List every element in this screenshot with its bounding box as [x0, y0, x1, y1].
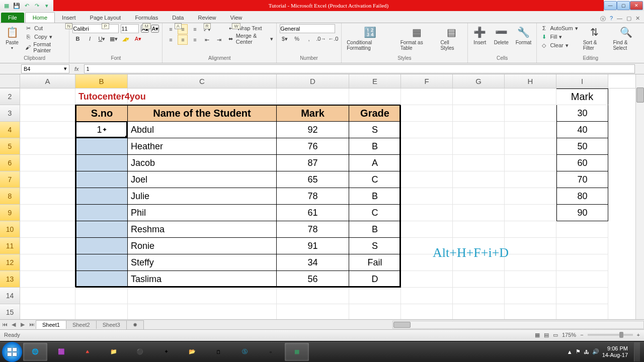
- doc-close-icon[interactable]: ✕: [635, 15, 640, 23]
- cell-B5[interactable]: [75, 138, 128, 155]
- cell-D3[interactable]: Mark: [277, 105, 349, 122]
- cell-B9[interactable]: [75, 205, 128, 221]
- row-header-5[interactable]: 5: [0, 138, 20, 155]
- system-tray[interactable]: ▲ ⚑ 🖧 🔊 9:06 PM14-Aug-17: [567, 342, 642, 361]
- cell-I12[interactable]: [556, 254, 608, 271]
- cell-F5[interactable]: [401, 138, 453, 155]
- delete-cells-button[interactable]: ➖Delete: [492, 24, 511, 46]
- tab-file[interactable]: File: [1, 13, 24, 23]
- sheet-tab-1[interactable]: Sheet1: [36, 320, 66, 329]
- col-header-H[interactable]: H: [505, 74, 556, 88]
- cell-D14[interactable]: [277, 288, 349, 304]
- cell-B3[interactable]: S.no: [75, 105, 128, 122]
- minimize-ribbon-icon[interactable]: ⓥ: [600, 15, 606, 23]
- cell-D11[interactable]: 91: [277, 238, 349, 254]
- format-painter-button[interactable]: 🖌Format Painter: [24, 41, 66, 53]
- sheet-nav-prev-icon[interactable]: ◀: [9, 321, 18, 328]
- format-cells-button[interactable]: 🔧Format: [514, 24, 534, 46]
- decrease-indent-icon[interactable]: ⇤: [202, 35, 212, 45]
- cell-C13[interactable]: Taslima: [128, 271, 277, 288]
- cell-H4[interactable]: [505, 122, 556, 138]
- tray-flag-icon[interactable]: ⚑: [576, 348, 581, 355]
- cell-D9[interactable]: 61: [277, 205, 349, 221]
- cell-I11[interactable]: [556, 238, 608, 254]
- taskbar-folder2-icon[interactable]: 📂: [180, 343, 204, 361]
- tray-up-icon[interactable]: ▲: [567, 349, 573, 355]
- taskbar-clock[interactable]: 9:06 PM14-Aug-17: [602, 345, 628, 357]
- underline-button[interactable]: U▾: [97, 34, 107, 44]
- cell-A5[interactable]: [20, 138, 75, 155]
- cell-F14[interactable]: [401, 288, 453, 304]
- cell-F15[interactable]: [401, 304, 453, 320]
- taskbar-folder-icon[interactable]: 📁: [102, 343, 126, 361]
- cell-D7[interactable]: 65: [277, 171, 349, 188]
- cell-A14[interactable]: [20, 288, 75, 304]
- cell-D2[interactable]: [277, 88, 349, 105]
- cell-H14[interactable]: [505, 288, 556, 304]
- taskbar-app2-icon[interactable]: ✦: [154, 343, 178, 361]
- cell-A6[interactable]: [20, 155, 75, 171]
- cell-H2[interactable]: [505, 88, 556, 105]
- taskbar-app-icon[interactable]: 🟪: [49, 343, 73, 361]
- tab-insert[interactable]: InsertN: [55, 13, 83, 23]
- cell-B2[interactable]: Tutocenter4you: [75, 88, 128, 105]
- cell-E15[interactable]: [349, 304, 401, 320]
- cell-G6[interactable]: [453, 155, 505, 171]
- cell-A4[interactable]: [20, 122, 75, 138]
- cell-H7[interactable]: [505, 171, 556, 188]
- row-header-9[interactable]: 9: [0, 205, 20, 221]
- cell-F10[interactable]: [401, 221, 453, 238]
- cell-F8[interactable]: [401, 188, 453, 205]
- cell-D10[interactable]: 78: [277, 221, 349, 238]
- cell-C5[interactable]: Heather: [128, 138, 277, 155]
- cell-I5[interactable]: 50: [556, 138, 608, 155]
- view-pagebreak-icon[interactable]: ▭: [553, 332, 558, 338]
- cell-E9[interactable]: C: [349, 205, 401, 221]
- doc-restore-icon[interactable]: ▢: [626, 15, 631, 23]
- row-header-10[interactable]: 10: [0, 221, 20, 238]
- select-all-corner[interactable]: [0, 74, 20, 88]
- col-header-D[interactable]: D: [277, 74, 349, 88]
- cell-G3[interactable]: [453, 105, 505, 122]
- cell-E11[interactable]: S: [349, 238, 401, 254]
- view-layout-icon[interactable]: ▤: [544, 332, 549, 338]
- cell-G7[interactable]: [453, 171, 505, 188]
- align-bottom-icon[interactable]: ≡: [190, 24, 200, 34]
- align-center-icon[interactable]: ≡: [178, 35, 188, 45]
- cell-H5[interactable]: [505, 138, 556, 155]
- italic-button[interactable]: I: [85, 34, 95, 44]
- row-header-4[interactable]: 4: [0, 122, 20, 138]
- tab-formulas[interactable]: FormulasM: [128, 13, 165, 23]
- tray-network-icon[interactable]: 🖧: [584, 349, 589, 355]
- cell-H11[interactable]: [505, 238, 556, 254]
- cell-E2[interactable]: [349, 88, 401, 105]
- fill-color-button[interactable]: ◢▾: [121, 34, 131, 44]
- zoom-level[interactable]: 175%: [562, 332, 576, 338]
- cell-E3[interactable]: Grade: [349, 105, 401, 122]
- cell-D8[interactable]: 78: [277, 188, 349, 205]
- font-size-combo[interactable]: [121, 24, 139, 33]
- cell-A9[interactable]: [20, 205, 75, 221]
- name-box[interactable]: B4▾: [21, 64, 69, 73]
- decrease-decimal-icon[interactable]: ←.0: [328, 34, 338, 44]
- cell-F13[interactable]: [401, 271, 453, 288]
- vertical-scrollbar[interactable]: [635, 74, 644, 319]
- cell-H15[interactable]: [505, 304, 556, 320]
- cell-I2[interactable]: Mark: [556, 88, 608, 105]
- cell-I14[interactable]: [556, 288, 608, 304]
- cell-F6[interactable]: [401, 155, 453, 171]
- sheet-nav-last-icon[interactable]: ⏭: [27, 321, 36, 328]
- fill-button[interactable]: ⬇Fill ▾: [540, 33, 578, 41]
- cell-D12[interactable]: 34: [277, 254, 349, 271]
- cell-G4[interactable]: [453, 122, 505, 138]
- cell-G9[interactable]: [453, 205, 505, 221]
- horizontal-scrollbar[interactable]: [392, 321, 644, 329]
- cell-F9[interactable]: [401, 205, 453, 221]
- row-header-12[interactable]: 12: [0, 254, 20, 271]
- col-header-E[interactable]: E: [349, 74, 401, 88]
- cell-E10[interactable]: B: [349, 221, 401, 238]
- cell-C10[interactable]: Reshma: [128, 221, 277, 238]
- cell-F7[interactable]: [401, 171, 453, 188]
- cell-C12[interactable]: Steffy: [128, 254, 277, 271]
- cell-I13[interactable]: [556, 271, 608, 288]
